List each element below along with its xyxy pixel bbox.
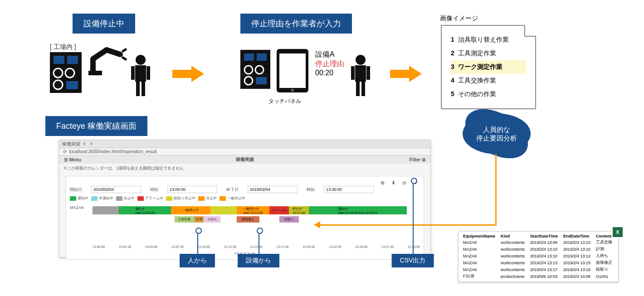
svg-point-24	[291, 89, 294, 92]
svg-rect-12	[146, 66, 150, 80]
svg-rect-8	[88, 71, 102, 75]
svg-rect-30	[361, 82, 365, 96]
reason-item[interactable]: 3ワーク測定作業	[451, 60, 526, 74]
robot-arm-icon	[88, 41, 129, 79]
flow-connector-arrowhead	[314, 221, 320, 228]
svg-point-9	[136, 55, 146, 65]
end-time-input[interactable]	[324, 186, 374, 193]
svg-point-25	[356, 55, 366, 65]
filter-button[interactable]: Filter ⚙	[410, 157, 426, 162]
reason-item[interactable]: 5その他の作業	[451, 87, 526, 101]
calendar-note: ※この画面のカレンダーは、1週間を超える期間は指定できません	[59, 164, 430, 173]
pin-equip	[259, 231, 259, 254]
page-title: 稼働実績	[236, 156, 254, 163]
flow-connector-v	[495, 154, 497, 226]
stop-timer: 00:20	[315, 69, 344, 77]
browser-url[interactable]: localhost:3000/index.html#/operation_res…	[69, 149, 157, 154]
reason-item[interactable]: 4工具交換作業	[451, 74, 526, 87]
svg-point-7	[117, 52, 123, 57]
reason-list-document: 1治具取り替え作業2工具測定作業3ワーク測定作業4工具交換作業5その他の作業	[441, 25, 536, 109]
gantt-row-label: MAZAK	[70, 204, 93, 210]
pin-human-label: 人から	[180, 254, 215, 267]
end-date-input[interactable]	[248, 186, 298, 193]
start-date-label: 開始日	[70, 187, 82, 193]
svg-rect-28	[366, 66, 370, 80]
touchpanel-label: タッチパネル	[268, 97, 301, 105]
device-name: 設備A	[315, 50, 344, 59]
svg-rect-13	[136, 82, 140, 96]
start-date-input[interactable]	[91, 186, 141, 193]
status-legend: 運転中半運転中休止中アラーム中段取り停止中停止中一般停止中	[70, 196, 420, 201]
svg-rect-10	[135, 65, 146, 82]
stop-reason-label: 停止理由	[315, 59, 344, 69]
reason-item[interactable]: 1治具取り替え作業	[451, 33, 526, 47]
person-icon-2	[349, 54, 372, 99]
svg-rect-14	[141, 82, 145, 96]
tablet-icon	[277, 49, 309, 96]
pin-equip-label: 設備から	[238, 254, 279, 267]
browser-tab[interactable]: 稼働実績	[62, 141, 80, 147]
badge-reason-input: 停止理由を作業者が入力	[240, 14, 352, 34]
pin-csv	[413, 181, 414, 254]
svg-rect-26	[355, 65, 366, 82]
badge-equipment-stopped: 設備停止中	[73, 14, 135, 34]
machine-panel-icon	[50, 52, 88, 99]
svg-rect-11	[131, 66, 135, 80]
svg-rect-1	[54, 56, 64, 64]
svg-rect-23	[279, 53, 306, 88]
gantt-chart: 運転中start 13:02:35 一般停止中 一般停止中start 13:13…	[93, 206, 420, 224]
svg-rect-29	[356, 82, 360, 96]
machine-panel-icon-2	[240, 50, 273, 95]
badge-facteye: Facteye 稼働実績画面	[45, 116, 147, 136]
flow-arrow-2	[390, 66, 422, 82]
excel-icon: X	[612, 226, 624, 238]
factory-label: [ 工場内 ]	[50, 43, 76, 51]
svg-rect-16	[244, 53, 254, 61]
end-date-label: 終了日	[226, 187, 239, 193]
browser-window: 稼働実績×+ ⟳ localhost:3000/index.html#/oper…	[59, 140, 431, 257]
start-time-input[interactable]	[167, 186, 217, 193]
menu-button[interactable]: ☰ Menu	[64, 157, 81, 162]
svg-rect-21	[256, 77, 267, 84]
start-time-label: 時刻	[150, 187, 158, 193]
svg-rect-27	[351, 66, 355, 80]
person-icon	[129, 54, 152, 99]
flow-connector-h	[317, 224, 497, 226]
reason-item[interactable]: 2工具測定作業	[451, 47, 526, 60]
analysis-starburst: 人員的な 停止要因分析	[463, 113, 531, 154]
csv-export-table: X EquipmentNameKindStartDateTimeEndDateT…	[458, 231, 619, 282]
toolbar-icons[interactable]: ⊕ ⬇ ⊖ ⟳	[70, 180, 420, 186]
svg-rect-6	[66, 81, 78, 89]
svg-rect-17	[257, 53, 267, 61]
flow-arrow-1	[172, 66, 204, 82]
image-sample-title: 画像イメージ	[440, 15, 478, 23]
svg-rect-2	[67, 56, 78, 64]
end-time-label: 時刻	[307, 187, 315, 193]
pin-human	[197, 231, 198, 254]
pin-csv-label: CSV出力	[392, 254, 434, 267]
